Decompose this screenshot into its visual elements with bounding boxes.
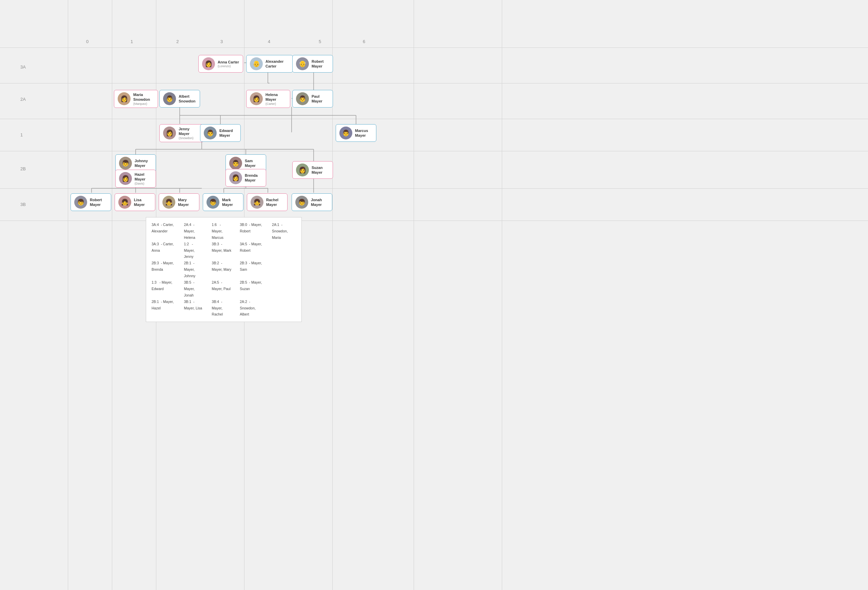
legend-entry: 2A:1 - Snowdon, Maria [272,222,296,241]
legend-entry: 3B:3 - Mayer, Mark [212,241,232,260]
legend-entry: 3A:5 - Mayer, Robert [240,241,264,260]
avatar-mark: 👦 [207,196,219,208]
row-label-3b: 3B [20,202,26,207]
avatar-johnny: 👦 [119,157,132,170]
legend-entry: 3B:0 - Mayer, Robert [240,222,264,241]
avatar-anna: 👩 [202,57,215,70]
grid-row-3b [0,220,868,221]
card-robert-sr[interactable]: 👴 Robert Mayer [292,55,333,72]
avatar-marcus: 👨 [340,127,352,139]
name-marcus: Marcus Mayer [355,128,373,138]
card-hazel[interactable]: 👩 Hazel Mayer (Davis) [115,170,156,188]
card-helena[interactable]: 👩 Helena Mayer (Carter) [246,90,290,108]
row-label-3a: 3A [20,65,26,69]
name-jonah: Jonah Mayer [311,197,329,207]
legend-entry: 2B:3 - Mayer, Brenda [152,260,176,279]
avatar-suzan: 👩 [296,164,309,176]
name-paul: Paul Mayer [311,94,329,104]
grid-row-2b [0,188,868,189]
name-johnny: Johnny Mayer [134,158,152,168]
avatar-jonah: 👦 [295,196,308,208]
row-label-2a: 2A [20,97,26,102]
legend-entry [272,260,296,279]
subtitle-maria: (Marquez) [133,102,154,105]
name-albert: Albert Snowdon [179,94,196,104]
avatar-brenda: 👩 [229,172,242,184]
legend-entry: 2B:1 - Mayer, Johnny [184,260,204,279]
avatar-rachel: 👧 [251,196,263,208]
name-rachel: Rachel Mayer [266,197,284,207]
card-mary[interactable]: 👧 Mary Mayer [159,194,199,211]
legend-entry: 2A:4 - Mayer, Helena [184,222,204,241]
col-label-4: 4 [268,39,270,44]
col-label-2: 2 [176,39,179,44]
name-lisa: Lisa Mayer [134,197,152,207]
legend-entry: 2A:2 - Snowdon, Albert [240,299,264,318]
legend-entry: 3A:4 - Carter, Alexander [152,222,176,241]
name-suzan: Suzan Mayer [311,165,329,175]
grid [0,0,868,590]
card-albert[interactable]: 👨 Albert Snowdon [159,90,200,108]
legend-entry: 2A:5 - Mayer, Paul [212,279,232,299]
grid-col-4 [332,0,333,590]
name-mark: Mark Mayer [222,197,240,207]
grid-row-3a [0,83,868,83]
name-hazel: Hazel Mayer [134,172,152,182]
card-jenny[interactable]: 👩 Jenny Mayer (Snowdon) [159,124,204,142]
avatar-alexander: 👴 [250,57,263,70]
name-robert-sr: Robert Mayer [311,59,329,69]
name-mary: Mary Mayer [178,197,196,207]
avatar-paul: 👨 [296,92,309,105]
row-label-2b: 2B [20,166,26,172]
card-marcus[interactable]: 👨 Marcus Mayer [336,124,376,142]
legend-entry [272,299,296,318]
name-robert2: Robert Mayer [90,197,108,207]
avatar-robert2: 👦 [74,196,87,208]
col-label-3: 3 [220,39,223,44]
legend-entry: 3B:1 - Mayer, Lisa [184,299,204,318]
avatar-jenny: 👩 [163,127,176,139]
name-anna: Anna Carter [218,60,239,65]
legend-entry: 1:3 - Mayer, Edward [152,279,176,299]
card-mark[interactable]: 👦 Mark Mayer [203,194,244,211]
col-label-5: 5 [319,39,321,44]
name-helena: Helena Mayer [266,92,286,102]
subtitle-jenny: (Snowdon) [179,136,201,140]
card-jonah[interactable]: 👦 Jonah Mayer [292,194,332,211]
page: 0 1 2 3 4 5 6 3A 2A 1 2B 3B [0,0,868,590]
avatar-robert-sr: 👴 [296,57,309,70]
avatar-lisa: 👧 [118,196,131,208]
avatar-hazel: 👩 [119,172,132,185]
subtitle-helena: (Carter) [266,102,286,105]
grid-row-header [0,47,868,48]
avatar-mary: 👧 [162,196,175,208]
name-jenny: Jenny Mayer [179,127,201,136]
grid-row-2a [0,119,868,119]
legend-entry: 1:6 - Mayer, Marcus [212,222,232,241]
subtitle-hazel: (Davis) [134,182,152,185]
avatar-helena: 👩 [250,92,263,105]
legend-entry: 3A:3 - Carter, Anna [152,241,176,260]
card-rachel[interactable]: 👧 Rachel Mayer [247,194,288,211]
card-suzan[interactable]: 👩 Suzan Mayer [292,161,333,179]
card-maria[interactable]: 👩 Maria Snowdon (Marquez) [114,90,158,108]
legend-entry: 3B:5 - Mayer, Jonah [184,279,204,299]
avatar-sam: 👨 [229,157,242,170]
card-robert2[interactable]: 👦 Robert Mayer [71,194,111,211]
card-brenda[interactable]: 👩 Brenda Mayer [226,169,266,186]
legend-entry: 1:2 - Mayer, Jenny [184,241,204,260]
legend-grid: 3A:4 - Carter, Alexander 2A:4 - Mayer, H… [152,222,296,318]
card-anna[interactable]: 👩 Anna Carter (Lorenzo) [198,55,243,72]
card-lisa[interactable]: 👧 Lisa Mayer [115,194,155,211]
col-label-0: 0 [86,39,89,44]
avatar-albert: 👨 [163,92,176,105]
name-brenda: Brenda Mayer [245,173,263,183]
avatar-maria: 👩 [118,92,131,105]
card-paul[interactable]: 👨 Paul Mayer [292,90,333,108]
card-edward[interactable]: 👨 Edward Mayer [200,124,241,142]
col-label-6: 6 [363,39,365,44]
card-alexander[interactable]: 👴 Alexander Carter [246,55,293,72]
legend-entry [272,279,296,299]
row-label-1: 1 [20,132,23,138]
legend-entry: 2B:3 - Mayer, Sam [240,260,264,279]
